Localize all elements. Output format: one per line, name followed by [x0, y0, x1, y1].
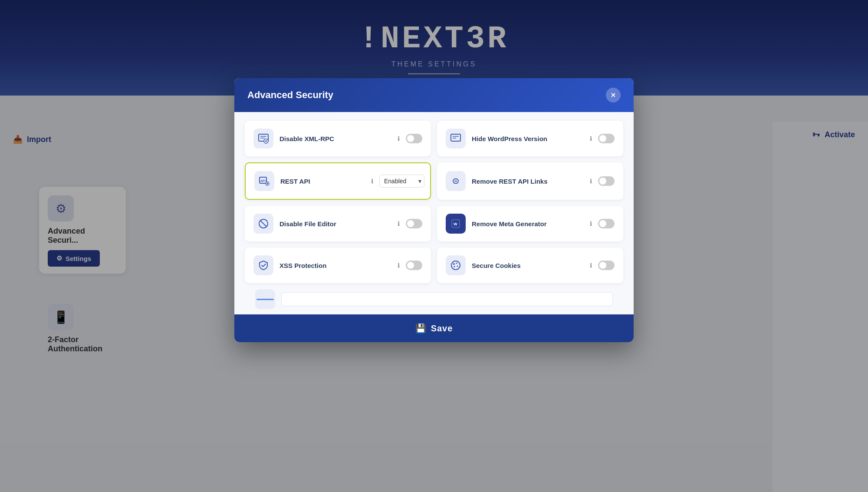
- card-xss-protection: XSS Protection ℹ: [245, 248, 431, 283]
- remove-meta-generator-info-icon[interactable]: ℹ: [590, 220, 592, 227]
- secure-cookies-info-icon[interactable]: ℹ: [590, 262, 592, 269]
- svg-text:W: W: [454, 222, 457, 226]
- svg-text:API: API: [260, 179, 266, 182]
- hide-wp-version-toggle[interactable]: [598, 134, 615, 143]
- xss-protection-info-icon[interactable]: ℹ: [398, 262, 400, 269]
- close-button[interactable]: ×: [606, 88, 621, 102]
- svg-point-22: [457, 266, 458, 267]
- advanced-security-modal: Advanced Security × Disable: [234, 78, 634, 342]
- secure-cookies-label: Secure Cookies: [472, 262, 584, 269]
- card-hide-wp-version: Hide WordPress Version ℹ: [437, 121, 623, 156]
- partial-row: [245, 289, 623, 314]
- remove-rest-api-links-toggle[interactable]: [598, 176, 615, 186]
- card-remove-meta-generator: W Remove Meta Generator ℹ: [437, 206, 623, 241]
- modal-body: Disable XML-RPC ℹ Hide WordPress Version…: [234, 112, 634, 314]
- security-options-grid: Disable XML-RPC ℹ Hide WordPress Version…: [245, 121, 623, 289]
- card-disable-xml-rpc: Disable XML-RPC ℹ: [245, 121, 431, 156]
- disable-file-editor-label: Disable File Editor: [279, 220, 391, 228]
- remove-rest-api-links-info-icon[interactable]: ℹ: [590, 178, 592, 185]
- modal-title: Advanced Security: [247, 89, 333, 101]
- remove-rest-api-links-icon: [446, 171, 466, 191]
- rest-api-info-icon[interactable]: ℹ: [371, 178, 373, 185]
- xml-rpc-toggle[interactable]: [406, 134, 422, 143]
- xml-rpc-info-icon[interactable]: ℹ: [398, 135, 400, 142]
- rest-api-label: REST API: [280, 178, 365, 185]
- rest-api-select[interactable]: Enabled Disabled Restricted: [379, 175, 424, 188]
- svg-point-19: [451, 261, 460, 270]
- xss-protection-icon: [253, 255, 273, 275]
- hide-wp-version-icon: [446, 129, 466, 149]
- xml-rpc-icon: [253, 129, 273, 149]
- disable-file-editor-toggle[interactable]: [406, 219, 422, 228]
- svg-point-21: [456, 263, 457, 264]
- secure-cookies-toggle[interactable]: [598, 261, 615, 270]
- card-disable-file-editor: Disable File Editor ℹ: [245, 206, 431, 241]
- remove-meta-generator-toggle[interactable]: [598, 219, 615, 228]
- partial-row-content: [281, 292, 613, 306]
- card-rest-api: API REST API ℹ Enabled Disabled Restrict…: [245, 162, 431, 200]
- disable-file-editor-icon: [253, 214, 273, 234]
- card-remove-rest-api-links: Remove REST API Links ℹ: [437, 162, 623, 200]
- card-secure-cookies: Secure Cookies ℹ: [437, 248, 623, 283]
- svg-point-20: [453, 263, 455, 265]
- close-icon: ×: [611, 91, 616, 100]
- save-icon: 💾: [415, 323, 427, 334]
- rest-api-icon: API: [254, 171, 274, 191]
- remove-rest-api-links-label: Remove REST API Links: [472, 178, 584, 185]
- secure-cookies-icon: [446, 255, 466, 275]
- remove-meta-generator-icon: W: [446, 214, 466, 234]
- svg-rect-6: [451, 134, 460, 141]
- svg-point-23: [454, 266, 455, 267]
- rest-api-select-wrapper: Enabled Disabled Restricted ▾: [379, 175, 421, 188]
- modal-footer: 💾 Save: [234, 314, 634, 342]
- remove-meta-generator-label: Remove Meta Generator: [472, 220, 584, 228]
- xss-protection-label: XSS Protection: [279, 262, 391, 269]
- xml-rpc-label: Disable XML-RPC: [279, 135, 391, 142]
- hide-wp-version-info-icon[interactable]: ℹ: [590, 135, 592, 142]
- save-button[interactable]: 💾 Save: [234, 314, 634, 342]
- xss-protection-toggle[interactable]: [406, 261, 422, 270]
- save-label: Save: [431, 324, 453, 334]
- partial-row-icon: [255, 289, 275, 309]
- modal-header: Advanced Security ×: [234, 78, 634, 112]
- disable-file-editor-info-icon[interactable]: ℹ: [398, 220, 400, 227]
- hide-wp-version-label: Hide WordPress Version: [472, 135, 584, 142]
